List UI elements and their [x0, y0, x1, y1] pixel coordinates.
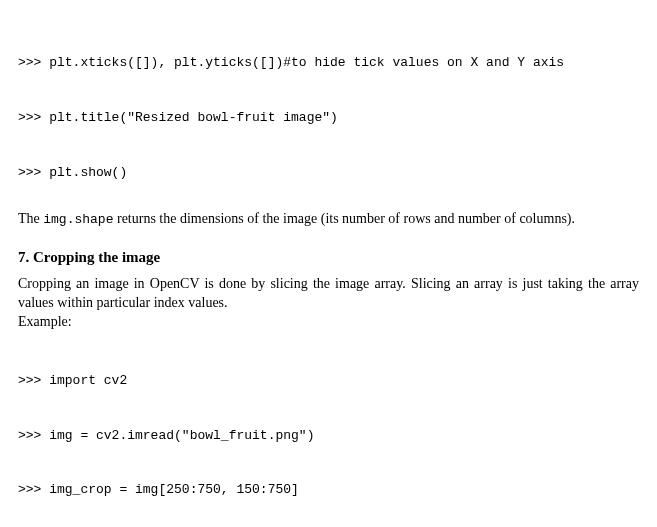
code-line: >>> import cv2 [18, 372, 639, 390]
code-line: >>> plt.xticks([]), plt.yticks([])#to hi… [18, 54, 639, 72]
section-heading-cropping: 7. Cropping the image [18, 247, 639, 267]
paragraph-imgshape: The img.shape returns the dimensions of … [18, 210, 639, 229]
example-label: Example: [18, 313, 639, 332]
inline-code-imgshape: img.shape [43, 212, 113, 227]
code-line: >>> plt.title("Resized bowl-fruit image"… [18, 109, 639, 127]
text-fragment: The [18, 211, 43, 226]
code-block-crop: >>> import cv2 >>> img = cv2.imread("bow… [18, 336, 639, 527]
code-block-plt: >>> plt.xticks([]), plt.yticks([])#to hi… [18, 18, 639, 200]
text-fragment: returns the dimensions of the image (its… [113, 211, 575, 226]
code-line: >>> plt.show() [18, 164, 639, 182]
code-line: >>> img = cv2.imread("bowl_fruit.png") [18, 427, 639, 445]
code-line: >>> img_crop = img[250:750, 150:750] [18, 481, 639, 499]
paragraph-crop-intro: Cropping an image in OpenCV is done by s… [18, 275, 639, 313]
